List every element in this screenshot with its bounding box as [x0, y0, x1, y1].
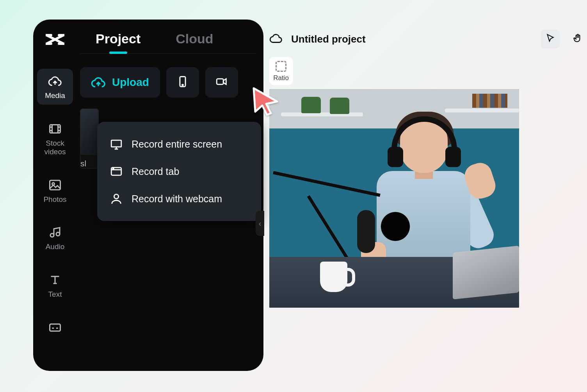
ratio-button[interactable]: Ratio — [269, 57, 293, 85]
cloud-upload-icon — [48, 74, 62, 88]
thumbnail-image — [80, 109, 98, 155]
cursor-icon — [545, 33, 555, 45]
svg-rect-5 — [50, 324, 60, 331]
window-icon — [110, 165, 123, 178]
text-icon — [48, 273, 62, 287]
collapse-panel-handle[interactable]: ‹ — [256, 211, 264, 236]
upload-from-phone-button[interactable] — [166, 67, 199, 98]
sidebar-item-media[interactable]: Media — [37, 69, 73, 105]
hand-tool[interactable] — [568, 30, 587, 48]
monitor-icon — [110, 137, 123, 151]
image-icon — [48, 178, 62, 192]
select-tool[interactable] — [541, 30, 560, 48]
record-button[interactable] — [205, 67, 238, 98]
svg-rect-0 — [50, 125, 60, 133]
captions-icon — [48, 321, 62, 335]
canvas-topbar: Untitled project — [269, 27, 587, 57]
sidebar-item-captions[interactable] — [37, 315, 73, 339]
sidebar: Media Stock videos Photos Audio Text — [33, 20, 77, 371]
cloud-upload-icon — [91, 75, 106, 90]
svg-rect-1 — [50, 180, 60, 190]
upload-row: Upload — [80, 67, 256, 98]
sidebar-item-label: Media — [45, 91, 65, 100]
app-logo-icon — [46, 32, 64, 47]
svg-point-11 — [113, 168, 114, 169]
dropdown-label: Record tab — [132, 166, 179, 177]
record-entire-screen[interactable]: Record entire screen — [97, 130, 261, 158]
record-tab[interactable]: Record tab — [97, 158, 261, 185]
sidebar-item-photos[interactable]: Photos — [37, 173, 73, 208]
person-icon — [110, 192, 123, 205]
sidebar-item-text[interactable]: Text — [37, 267, 73, 303]
sidebar-item-label: Photos — [43, 195, 66, 204]
dropdown-label: Record entire screen — [132, 139, 222, 150]
sidebar-item-label: Text — [48, 290, 62, 299]
media-panel: Project Cloud Upload — [77, 20, 263, 371]
tutorial-cursor-icon — [250, 85, 281, 116]
sidebar-item-stock-videos[interactable]: Stock videos — [37, 116, 73, 161]
record-with-webcam[interactable]: Record with webcam — [97, 185, 261, 212]
thumbnail-label: sl — [80, 159, 98, 168]
record-dropdown: Record entire screen Record tab Record w… — [97, 122, 261, 221]
cloud-sync-icon[interactable] — [269, 32, 283, 46]
dropdown-label: Record with webcam — [132, 193, 222, 205]
sidebar-item-audio[interactable]: Audio — [37, 220, 73, 256]
sidebar-item-label: Audio — [46, 242, 65, 251]
svg-rect-9 — [111, 140, 121, 147]
upload-button[interactable]: Upload — [80, 67, 160, 98]
upload-label: Upload — [112, 76, 149, 89]
ratio-icon — [276, 61, 286, 72]
svg-rect-8 — [217, 79, 223, 84]
media-thumbnail[interactable]: sl — [80, 109, 99, 169]
panel-tabs: Project Cloud — [80, 29, 256, 54]
sidebar-item-label: Stock videos — [44, 139, 66, 156]
video-preview[interactable] — [269, 89, 519, 308]
canvas-area: Untitled project Ratio — [269, 27, 587, 392]
editor-panel: Media Stock videos Photos Audio Text — [33, 20, 263, 371]
tab-cloud[interactable]: Cloud — [176, 31, 213, 53]
svg-point-12 — [114, 194, 118, 199]
phone-icon — [176, 75, 189, 90]
camcorder-icon — [215, 75, 228, 90]
tab-project[interactable]: Project — [96, 31, 141, 53]
music-note-icon — [48, 225, 62, 239]
svg-point-7 — [182, 84, 183, 86]
hand-icon — [573, 33, 583, 45]
project-title[interactable]: Untitled project — [291, 33, 366, 45]
ratio-label: Ratio — [273, 74, 289, 82]
film-icon — [48, 122, 62, 136]
